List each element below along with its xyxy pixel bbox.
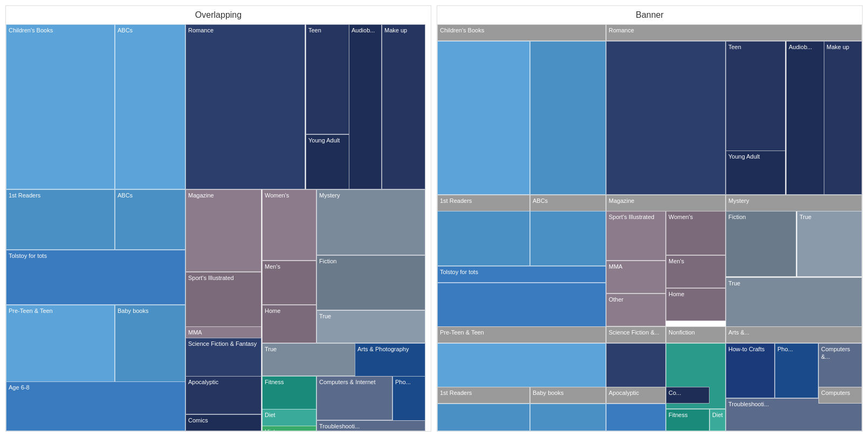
treemap-cell-label-fiction: Fiction <box>317 256 339 267</box>
treemap-cell-label-pho: Pho... <box>393 377 413 387</box>
treemap-cell-b-fitness-cell: Fitness <box>666 409 709 431</box>
treemap-cell-pre-teen: Pre-Teen & Teen <box>6 305 115 382</box>
treemap-cell-label-pre-teen: Pre-Teen & Teen <box>6 305 55 316</box>
treemap-cell-b-1st-readers2-cell <box>437 404 530 431</box>
treemap-cell-label-b-romance: Romance <box>607 25 636 36</box>
treemap-cell-label-tolstoy: Tolstoy for tots <box>6 250 49 261</box>
treemap-cell-apocalyptic: Apocalyptic <box>185 376 261 414</box>
treemap-cell-b-makeup: Make up <box>824 41 862 195</box>
treemap-cell-label-romance: Romance <box>186 25 216 36</box>
treemap-cell-b-sports-cell: Sport's Illustrated <box>606 211 666 261</box>
treemap-cell-b-audiob: Audiob... <box>786 41 824 195</box>
treemap-cell-label-b-mystery-banner: Mystery <box>726 195 752 206</box>
treemap-cell-label-b-abcs-banner: ABCs <box>531 195 550 206</box>
treemap-cell-label-b-makeup: Make up <box>824 42 851 52</box>
treemap-cell-label-b-young-adult: Young Adult <box>726 151 762 162</box>
treemap-cell-b-mens-cell: Men's <box>666 255 726 288</box>
treemap-cell-label-b-1st-readers2-banner: 1st Readers <box>438 387 474 398</box>
treemap-cell-b-computers2-cell: Computers <box>818 387 862 404</box>
treemap-cell-b-diet-cell: Diet <box>709 409 726 431</box>
treemap-cell-b-abcs-cell <box>530 211 606 266</box>
treemap-cell-label-b-magazine-banner: Magazine <box>607 195 637 206</box>
treemap-cell-label-b-computers-cell: Computers &... <box>819 344 862 363</box>
treemap-cell-b-true-cell: True <box>797 211 862 277</box>
treemap-cell-label-b-troubleshoot-cell: Troubleshooti... <box>726 399 771 409</box>
treemap-cell-b-womens-cell: Women's <box>666 211 726 255</box>
treemap-cell-label-b-howto-cell: How-to Crafts <box>726 344 767 354</box>
treemap-cell-comics: Comics <box>185 414 261 431</box>
treemap-cell-label-b-pre-teen-banner: Pre-Teen & Teen <box>438 327 486 338</box>
treemap-cell-label-home: Home <box>263 305 283 316</box>
treemap-cell-1st-readers: 1st Readers <box>6 189 115 250</box>
treemap-cell-label-b-nonfiction-banner: Nonfiction <box>666 327 697 338</box>
treemap-cell-label-b-other-cell: Other <box>607 294 626 305</box>
treemap-cell-label-b-diet-cell: Diet <box>710 409 725 420</box>
treemap-cell-b-apocalyptic-banner: Apocalyptic <box>606 387 666 404</box>
treemap-cell-label-b-teen: Teen <box>726 42 743 52</box>
banner-title: Banner <box>437 6 862 24</box>
treemap-cell-young-adult: Young Adult <box>306 134 349 189</box>
treemap-cell-womens: Women's <box>262 189 316 261</box>
treemap-cell-label-b-fitness-cell: Fitness <box>666 409 690 420</box>
treemap-cell-b-co-cell: Co... <box>666 387 709 404</box>
treemap-cell-label-b-pho-cell: Pho... <box>775 344 795 354</box>
treemap-cell-b-1st-readers-banner: 1st Readers <box>437 195 530 211</box>
treemap-cell-label-b-co-cell: Co... <box>666 387 683 398</box>
treemap-cell-label-comics: Comics <box>186 415 210 426</box>
treemap-cell-label-troubleshoot: Troubleshooti... <box>317 421 362 431</box>
treemap-cell-label-mma: MMA <box>186 327 204 338</box>
treemap-cell-label-b-sports-cell: Sport's Illustrated <box>607 211 657 222</box>
treemap-cell-b-pre-teen-banner: Pre-Teen & Teen <box>437 326 606 343</box>
treemap-cell-label-scifi: Science Fiction & Fantasy <box>186 338 259 349</box>
treemap-cell-b-pho-cell: Pho... <box>775 343 818 398</box>
treemap-cell-fiction: Fiction <box>316 255 425 310</box>
treemap-cell-label-magazine: Magazine <box>186 190 216 201</box>
treemap-cell-abcs: ABCs <box>115 24 185 189</box>
treemap-cell-label-b-true-cell: True <box>797 211 814 222</box>
treemap-cell-magazine: Magazine <box>185 189 261 272</box>
treemap-cell-label-apocalyptic: Apocalyptic <box>186 377 221 387</box>
treemap-cell-sports: Sport's Illustrated <box>185 272 261 327</box>
treemap-cell-b-1st-readers-cell <box>437 211 530 266</box>
treemap-cell-b-arts-banner: Arts &... <box>726 326 862 343</box>
treemap-cell-label-mystery: Mystery <box>317 190 342 201</box>
treemap-cell-label-b-mens-cell: Men's <box>666 256 686 267</box>
treemap-cell-b-1st-readers2-banner: 1st Readers <box>437 387 530 404</box>
treemap-cell-b-tolstoy-banner: Tolstoy for tots <box>437 266 606 283</box>
treemap-cell-label-history: History <box>263 426 285 431</box>
treemap-cell-troubleshoot: Troubleshooti... <box>316 420 425 431</box>
treemap-cell-label-sports: Sport's Illustrated <box>186 272 236 283</box>
treemap-cell-b-ch-right <box>530 41 606 195</box>
treemap-cell-label-ch-books: Children's Books <box>6 25 55 36</box>
treemap-cell-label-mens: Men's <box>263 261 283 272</box>
treemap-cell-b-magazine-banner: Magazine <box>606 195 726 211</box>
treemap-cell-label-true2: True <box>263 344 279 354</box>
treemap-cell-abcs2: ABCs <box>115 189 185 250</box>
treemap-cell-teen: Teen <box>306 24 349 134</box>
treemap-cell-label-abcs2: ABCs <box>115 190 135 201</box>
treemap-cell-label-b-scifi-banner: Science Fiction &... <box>607 327 662 338</box>
treemap-cell-b-home-cell: Home <box>666 288 726 321</box>
treemap-cell-label-b-fiction-cell: Fiction <box>726 211 748 222</box>
treemap-cell-b-scifi-banner: Science Fiction &... <box>606 326 666 343</box>
treemap-cell-label-computers: Computers & Internet <box>317 377 378 387</box>
treemap-cell-b-young-adult: Young Adult <box>726 151 786 195</box>
treemap-cell-label-womens: Women's <box>263 190 291 201</box>
treemap-cell-home: Home <box>262 305 316 343</box>
treemap-cell-label-b-baby-banner: Baby books <box>531 387 566 398</box>
treemap-cell-b-howto-cell: How-to Crafts <box>726 343 775 398</box>
treemap-cell-romance: Romance <box>185 24 305 189</box>
treemap-cell-b-true2-cell: True <box>726 277 862 327</box>
treemap-cell-history: History <box>262 426 316 431</box>
treemap-cell-label-abcs: ABCs <box>115 25 135 36</box>
treemap-cell-b-teen: Teen <box>726 41 786 151</box>
treemap-cell-b-nonfiction-banner: Nonfiction <box>666 326 726 343</box>
treemap-cell-b-abcs-banner: ABCs <box>530 195 606 211</box>
treemap-cell-mens: Men's <box>262 261 316 305</box>
treemap-cell-audiob: Audiob... <box>349 24 382 189</box>
treemap-cell-b-age6-8-cell <box>606 404 666 431</box>
treemap-cell-b-mma-cell: MMA <box>606 261 666 293</box>
treemap-cell-label-1st-readers: 1st Readers <box>6 190 43 201</box>
treemap-cell-label-teen: Teen <box>306 25 323 36</box>
treemap-cell-label-true1: True <box>317 311 333 322</box>
